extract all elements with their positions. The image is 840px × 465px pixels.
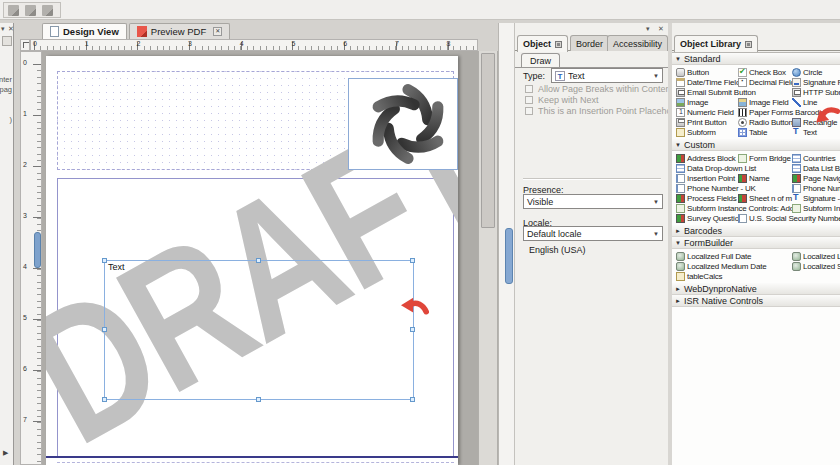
library-item-u-s-social-security-number[interactable]: U.S. Social Security Number [738, 213, 840, 223]
tab-object[interactable]: Object [517, 35, 568, 52]
close-tab-icon[interactable] [213, 27, 222, 36]
library-item-tablecalcs[interactable]: tableCalcs [676, 271, 722, 281]
library-item-process-fields[interactable]: Process Fields [676, 193, 737, 203]
library-item-text[interactable]: Text [792, 127, 817, 137]
library-item-circle[interactable]: Circle [792, 67, 822, 77]
library-section-formbuilder[interactable]: FormBuilder [672, 237, 840, 249]
library-item-decimal-field[interactable]: Decimal Field [738, 77, 795, 87]
palette-tab-icon[interactable] [745, 41, 752, 48]
palette-tab-icon[interactable] [555, 41, 562, 48]
library-item-countries[interactable]: Countries [792, 153, 835, 163]
tab-object-library[interactable]: Object Library [674, 35, 758, 52]
checkbox-this-is-an-insertion-point-placeholder[interactable]: This is an Insertion Point Placeholder [525, 106, 687, 116]
checkbox-icon[interactable] [525, 85, 533, 93]
canvas-scrollbar[interactable] [478, 51, 498, 465]
tab-border[interactable]: Border [570, 35, 609, 51]
expand-icon[interactable] [672, 298, 684, 304]
logo-image-object[interactable] [348, 78, 458, 170]
layout-tool-2-icon[interactable] [25, 5, 36, 16]
collapse-icon[interactable] [672, 240, 684, 246]
resize-handle[interactable] [102, 327, 107, 332]
expand-icon[interactable] [672, 228, 684, 234]
library-item-localized-lon[interactable]: Localized Lon [792, 251, 840, 261]
panel-menu-icon[interactable]: ▾ [1, 25, 5, 33]
checkbox-icon[interactable] [525, 96, 533, 104]
resize-handle[interactable] [256, 258, 261, 263]
library-item-image[interactable]: Image [676, 97, 708, 107]
palette-scrollbar[interactable] [498, 23, 514, 465]
library-item-localized-medium-date[interactable]: Localized Medium Date [676, 261, 766, 271]
library-item-signature-fiel[interactable]: Signature Fiel [792, 77, 840, 87]
library-item-signature-pr[interactable]: Signature - Pr [792, 193, 840, 203]
palette-close-icon[interactable]: ✕ [658, 25, 664, 33]
library-item-subform-instance-controls-add[interactable]: Subform Instance Controls: Add [676, 203, 794, 213]
library-item-date-time-field[interactable]: Date/Time Field [676, 77, 740, 87]
library-item-page-navigati[interactable]: Page Navigati [792, 173, 840, 183]
locale-dropdown[interactable]: Default locale [523, 226, 663, 241]
resize-handle[interactable] [102, 397, 107, 402]
library-item-localized-sho[interactable]: Localized Sho [792, 261, 840, 271]
expand-icon[interactable] [672, 286, 684, 292]
library-item-insertion-point[interactable]: Insertion Point [676, 173, 735, 183]
library-item-subform[interactable]: Subform [676, 127, 716, 137]
library-item-image-field[interactable]: Image Field [738, 97, 789, 107]
collapse-icon[interactable] [672, 56, 684, 62]
tab-preview-pdf[interactable]: Preview PDF [129, 23, 230, 39]
resize-handle[interactable] [410, 327, 415, 332]
subtab-draw[interactable]: Draw [521, 53, 560, 67]
tab-accessibility[interactable]: Accessibility [607, 35, 668, 51]
ruler-number: 2 [23, 161, 27, 168]
palette-menu-icon[interactable]: ▾ [646, 25, 650, 33]
resize-handle[interactable] [102, 258, 107, 263]
library-item-localized-full-date[interactable]: Localized Full Date [676, 251, 751, 261]
checkbox-keep-with-next[interactable]: Keep with Next [525, 95, 599, 105]
library-item-phone-number-uk[interactable]: Phone Number - UK [676, 183, 756, 193]
checkbox-allow-page-breaks-within-content[interactable]: Allow Page Breaks within Content [525, 84, 673, 94]
collapse-icon[interactable] [672, 142, 684, 148]
library-section-custom[interactable]: Custom [672, 139, 840, 151]
doc-icon [738, 154, 747, 163]
library-item-subform-insta[interactable]: Subform Insta [792, 203, 840, 213]
toolbar-group [3, 2, 61, 18]
library-section-standard[interactable]: Standard [672, 53, 840, 65]
resize-handle[interactable] [256, 397, 261, 402]
library-item-name[interactable]: Name [738, 173, 770, 183]
library-item-phone-numbe[interactable]: Phone Numbe [792, 183, 840, 193]
library-item-numeric-field[interactable]: Numeric Field [676, 107, 734, 117]
library-item-button[interactable]: Button [676, 67, 709, 77]
library-item-email-submit-button[interactable]: Email Submit Button [676, 87, 756, 97]
checkbox-icon[interactable] [525, 107, 533, 115]
palette-scroll-thumb[interactable] [505, 228, 513, 284]
library-section-barcodes[interactable]: Barcodes [672, 225, 840, 237]
library-item-http-submit-b[interactable]: HTTP Submit B [792, 87, 840, 97]
section-items: ButtonCheck BoxCircleDate/Time FieldDeci… [672, 65, 840, 139]
library-item-address-block[interactable]: Address Block [676, 153, 736, 163]
library-item-check-box[interactable]: Check Box [738, 67, 786, 77]
layout-tool-1-icon[interactable] [8, 5, 19, 16]
library-item-data-drop-down-list[interactable]: Data Drop-down List [676, 163, 756, 173]
type-dropdown[interactable]: Text [551, 68, 663, 83]
resize-handle[interactable] [410, 397, 415, 402]
library-section-webdynpronative[interactable]: WebDynproNative [672, 283, 840, 295]
layout-tool-3-icon[interactable] [42, 5, 53, 16]
presence-dropdown[interactable]: Visible [523, 194, 663, 209]
tab-design-view[interactable]: Design View [42, 23, 127, 39]
library-item-line[interactable]: Line [792, 97, 817, 107]
library-item-sheet-n-of-m[interactable]: Sheet n of m [738, 193, 792, 203]
form-page[interactable]: DRAFT Text [46, 56, 458, 465]
selected-text-field[interactable]: Text [104, 260, 414, 400]
library-item-form-bridge[interactable]: Form Bridge [738, 153, 791, 163]
library-item-survey-question[interactable]: Survey Question [676, 213, 743, 223]
resize-handle[interactable] [410, 258, 415, 263]
expand-arrow-icon[interactable]: ▶ [3, 449, 8, 457]
library-item-radio-button[interactable]: Radio Button [738, 117, 793, 127]
library-item-print-button[interactable]: Print Button [676, 117, 726, 127]
canvas-scroll-thumb[interactable] [481, 53, 495, 228]
close-icon[interactable]: ✕ [8, 25, 14, 33]
ruler-scroll-thumb[interactable] [34, 232, 41, 268]
library-section-isr-native-controls[interactable]: ISR Native Controls [672, 295, 840, 307]
library-item-table[interactable]: Table [738, 127, 767, 137]
ruler-number: 4 [240, 40, 244, 47]
package-icon [738, 194, 747, 203]
library-item-data-list-box[interactable]: Data List Box [792, 163, 840, 173]
